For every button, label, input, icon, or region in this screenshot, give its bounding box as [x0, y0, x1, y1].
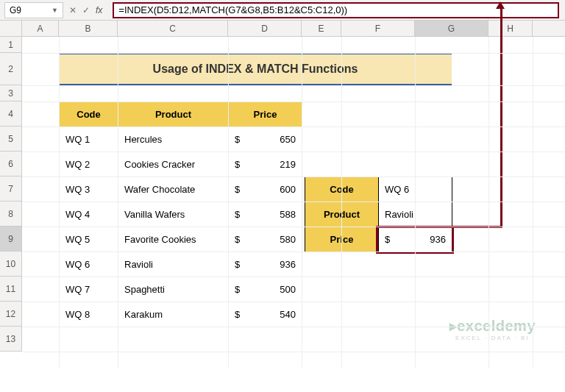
table-row: WQ 3Wafer Chocolate$600 — [60, 177, 302, 202]
cell-code[interactable]: WQ 1 — [60, 127, 118, 152]
name-box-dropdown-icon[interactable]: ▼ — [51, 7, 58, 14]
cell-code[interactable]: WQ 8 — [60, 302, 118, 327]
name-box[interactable]: G9 ▼ — [4, 2, 63, 18]
cell-product[interactable]: Spaghetti — [118, 277, 229, 302]
main-table: Code Product Price WQ 1Hercules$650WQ 2C… — [59, 101, 302, 327]
formula-bar: G9 ▼ ✕ ✓ fx =INDEX(D5:D12,MATCH(G7&G8,B5… — [0, 0, 565, 21]
table-row: WQ 8Karakum$540 — [60, 302, 302, 327]
col-header-C[interactable]: C — [118, 21, 228, 36]
watermark: ▸exceldemy EXCEL · DATA · BI — [449, 317, 536, 341]
row-header-13[interactable]: 13 — [0, 327, 22, 352]
row-header-12[interactable]: 12 — [0, 302, 22, 327]
table-row: WQ 4Vanilla Wafers$588 — [60, 202, 302, 227]
select-all-corner[interactable] — [0, 21, 22, 36]
cell-price[interactable]: $500 — [229, 277, 302, 302]
lookup-row: ProductRavioli — [305, 202, 452, 227]
row-header-3[interactable]: 3 — [0, 85, 22, 101]
row-header-1[interactable]: 1 — [0, 37, 22, 53]
table-row: WQ 6Ravioli$936 — [60, 252, 302, 277]
row-header-10[interactable]: 10 — [0, 252, 22, 277]
arrow-vertical — [500, 9, 502, 228]
row-header-9[interactable]: 9 — [0, 227, 22, 252]
grid-body: 12345678910111213 Usage of INDEX & MATCH… — [0, 37, 565, 368]
row-header-11[interactable]: 11 — [0, 277, 22, 302]
cancel-icon[interactable]: ✕ — [69, 5, 77, 15]
main-th-price: Price — [229, 102, 302, 127]
cell-code[interactable]: WQ 7 — [60, 277, 118, 302]
col-header-F[interactable]: F — [341, 21, 415, 36]
cell-price[interactable]: $650 — [229, 127, 302, 152]
table-row: WQ 2Cookies Cracker$219 — [60, 152, 302, 177]
cell-price[interactable]: $600 — [229, 177, 302, 202]
col-header-E[interactable]: E — [302, 21, 341, 36]
lookup-table: CodeWQ 6ProductRavioliPrice$936 — [305, 177, 452, 252]
watermark-tagline: EXCEL · DATA · BI — [449, 335, 536, 341]
main-th-product: Product — [118, 102, 229, 127]
row-header-8[interactable]: 8 — [0, 202, 22, 227]
cell-code[interactable]: WQ 6 — [60, 252, 118, 277]
watermark-brand: exceldemy — [457, 318, 536, 334]
formula-text: =INDEX(D5:D12,MATCH(G7&G8,B5:B12&C5:C12,… — [118, 4, 347, 15]
cell-price[interactable]: $936 — [229, 252, 302, 277]
row-header-6[interactable]: 6 — [0, 152, 22, 177]
col-header-G[interactable]: G — [415, 21, 488, 36]
cell-price[interactable]: $580 — [229, 227, 302, 252]
cell-price[interactable]: $219 — [229, 152, 302, 177]
cell-product[interactable]: Cookies Cracker — [118, 152, 229, 177]
row-header-7[interactable]: 7 — [0, 177, 22, 202]
row-header-5[interactable]: 5 — [0, 126, 22, 152]
row-header-4[interactable]: 4 — [0, 101, 22, 126]
title-text: Usage of INDEX & MATCH Functions — [153, 63, 358, 76]
enter-icon[interactable]: ✓ — [82, 5, 90, 15]
col-header-B[interactable]: B — [59, 21, 118, 36]
cell-code[interactable]: WQ 5 — [60, 227, 118, 252]
lookup-row: CodeWQ 6 — [305, 177, 452, 202]
cell-product[interactable]: Favorite Cookies — [118, 227, 229, 252]
cell-product[interactable]: Wafer Chocolate — [118, 177, 229, 202]
row-headers: 12345678910111213 — [0, 37, 22, 368]
cell-product[interactable]: Hercules — [118, 127, 229, 152]
row-header-2[interactable]: 2 — [0, 53, 22, 85]
cells-area[interactable]: Usage of INDEX & MATCH Functions Code Pr… — [22, 37, 565, 368]
table-row: WQ 1Hercules$650 — [60, 127, 302, 152]
fx-icon[interactable]: fx — [96, 5, 102, 15]
col-header-D[interactable]: D — [228, 21, 302, 36]
cell-code[interactable]: WQ 4 — [60, 202, 118, 227]
column-headers: ABCDEFGH — [0, 21, 565, 37]
cell-price[interactable]: $588 — [229, 202, 302, 227]
main-th-code: Code — [60, 102, 118, 127]
table-row: WQ 7Spaghetti$500 — [60, 277, 302, 302]
formula-input[interactable]: =INDEX(D5:D12,MATCH(G7&G8,B5:B12&C5:C12,… — [113, 2, 559, 18]
cell-product[interactable]: Vanilla Wafers — [118, 202, 229, 227]
name-box-value: G9 — [10, 5, 21, 15]
cell-product[interactable]: Ravioli — [118, 252, 229, 277]
cell-price[interactable]: $540 — [229, 302, 302, 327]
col-header-H[interactable]: H — [488, 21, 533, 36]
lookup-row: Price$936 — [305, 227, 452, 252]
cell-product[interactable]: Karakum — [118, 302, 229, 327]
formula-bar-buttons: ✕ ✓ fx — [69, 5, 107, 15]
cell-code[interactable]: WQ 3 — [60, 177, 118, 202]
table-row: WQ 5Favorite Cookies$580 — [60, 227, 302, 252]
col-header-A[interactable]: A — [22, 21, 59, 36]
cell-code[interactable]: WQ 2 — [60, 152, 118, 177]
